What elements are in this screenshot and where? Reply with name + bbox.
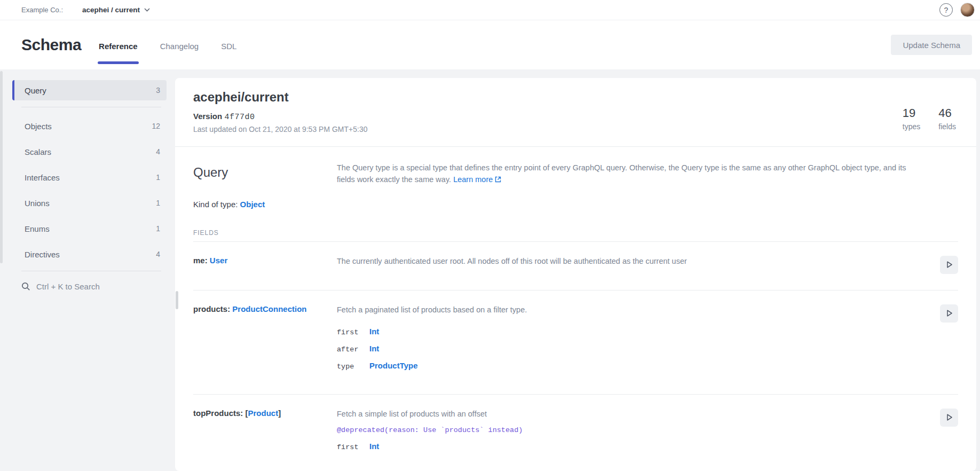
sidebar-item-objects[interactable]: Objects 12 [12, 116, 167, 136]
tab-changelog[interactable]: Changelog [160, 42, 199, 51]
field-row-me: me: User The currently authenticated use… [193, 242, 958, 291]
arg-row: first Int [337, 327, 926, 336]
sidebar-item-label: Enums [25, 224, 50, 233]
user-avatar[interactable] [960, 3, 975, 17]
stat-types-value: 19 [903, 106, 920, 120]
sidebar-scrollbar-thumb[interactable] [176, 291, 178, 309]
stat-fields: 46 fields [938, 106, 956, 131]
sidebar-item-label: Interfaces [25, 173, 60, 182]
arg-row: type ProductType [337, 361, 926, 371]
arg-row: first Int [337, 442, 926, 451]
kind-value-link[interactable]: Object [240, 200, 265, 209]
top-bar: Example Co.: acephei / current ? [0, 0, 980, 20]
card-header: acephei/current Version 4f77d0 Last upda… [175, 78, 976, 147]
kind-of-type-line: Kind of type: Object [193, 200, 958, 209]
schema-stats: 19 types 46 fields [903, 106, 956, 131]
run-query-button[interactable] [940, 256, 958, 274]
run-query-button[interactable] [940, 409, 958, 427]
tab-sdl-label: SDL [221, 42, 236, 51]
sidebar-item-query[interactable]: Query 3 [12, 80, 167, 100]
field-type-link[interactable]: Product [248, 409, 279, 418]
field-name-text: me: [193, 256, 208, 265]
type-header-row: Query The Query type is a special type t… [193, 162, 958, 186]
sidebar-item-interfaces[interactable]: Interfaces 1 [12, 167, 167, 187]
page-title: Schema [21, 36, 81, 54]
field-type-link[interactable]: ProductConnection [232, 304, 306, 313]
field-name: me: User [193, 256, 337, 274]
play-icon [945, 309, 953, 317]
search-icon [21, 282, 30, 291]
stat-types: 19 types [903, 106, 920, 131]
org-label: Example Co.: [21, 6, 63, 14]
sidebar-item-count: 1 [156, 173, 160, 182]
sidebar-item-count: 1 [156, 199, 160, 207]
update-schema-button[interactable]: Update Schema [891, 35, 972, 55]
arg-name: type [337, 363, 369, 371]
schema-reference-card: acephei/current Version 4f77d0 Last upda… [175, 78, 976, 471]
field-args: first Int after Int type ProductType [337, 327, 926, 371]
field-name: topProducts: [Product] [193, 409, 337, 459]
arg-row: after Int [337, 344, 926, 354]
learn-more-link[interactable]: Learn more [453, 175, 493, 184]
stat-types-label: types [903, 122, 920, 131]
fields-heading: FIELDS [193, 229, 958, 237]
type-header-spacer [926, 162, 958, 186]
sidebar-divider [21, 107, 161, 107]
arg-type-link[interactable]: Int [369, 327, 379, 336]
sidebar-divider [21, 271, 161, 271]
field-description: The currently authenticated user root. A… [337, 256, 926, 274]
sidebar-item-directives[interactable]: Directives 4 [12, 244, 167, 264]
field-type-suffix: ] [278, 409, 281, 418]
field-name-text: products: [193, 304, 230, 313]
schema-search-trigger[interactable]: Ctrl + K to Search [21, 282, 167, 291]
version-line: Version 4f77d0 [193, 112, 367, 122]
tab-reference[interactable]: Reference [99, 42, 138, 51]
tab-reference-label: Reference [99, 42, 138, 51]
field-name: products: ProductConnection [193, 304, 337, 378]
field-type-link[interactable]: User [210, 256, 227, 265]
deprecated-annotation: @deprecated(reason: Use `products` inste… [337, 426, 926, 434]
stat-fields-value: 46 [938, 106, 956, 120]
active-tab-underline [98, 61, 139, 64]
sidebar-item-count: 12 [152, 122, 160, 130]
run-query-button[interactable] [940, 304, 958, 323]
play-cell [940, 256, 958, 274]
sidebar-item-scalars[interactable]: Scalars 4 [12, 142, 167, 162]
arg-name: first [337, 443, 369, 451]
version-value: 4f77d0 [224, 113, 255, 122]
type-name: Query [193, 165, 337, 186]
question-icon: ? [944, 6, 949, 14]
graph-picker-dropdown[interactable]: acephei / current [82, 6, 150, 14]
field-row-products: products: ProductConnection Fetch a pagi… [193, 291, 958, 395]
field-row-topproducts: topProducts: [Product] Fetch a simple li… [193, 395, 958, 471]
field-name-text: topProducts: [193, 409, 243, 418]
sidebar-item-enums[interactable]: Enums 1 [12, 218, 167, 239]
stat-fields-label: fields [938, 122, 956, 131]
graph-title: acephei/current [193, 90, 367, 105]
arg-name: first [337, 328, 369, 336]
type-description-text: The Query type is a special type that de… [337, 163, 906, 184]
page-header: Schema Reference Changelog SDL Update Sc… [0, 20, 980, 69]
field-description: Fetch a paginated list of products based… [337, 304, 926, 316]
sidebar-item-count: 1 [156, 224, 160, 233]
search-hint: Ctrl + K to Search [36, 282, 100, 291]
query-type-section: Query The Query type is a special type t… [175, 147, 976, 471]
type-description: The Query type is a special type that de… [337, 162, 926, 186]
version-label: Version [193, 112, 222, 121]
graph-meta: acephei/current Version 4f77d0 Last upda… [193, 90, 367, 134]
sidebar-item-unions[interactable]: Unions 1 [12, 193, 167, 213]
field-details: Fetch a simple list of products with an … [337, 409, 926, 459]
play-cell [940, 409, 958, 459]
field-details: Fetch a paginated list of products based… [337, 304, 926, 378]
arg-type-link[interactable]: Int [369, 442, 379, 451]
arg-type-link[interactable]: Int [369, 344, 379, 353]
last-updated: Last updated on Oct 21, 2020 at 9:53 PM … [193, 125, 367, 134]
tab-bar: Reference Changelog SDL [99, 42, 236, 51]
arg-type-link[interactable]: ProductType [369, 361, 418, 370]
help-button[interactable]: ? [939, 3, 953, 17]
graph-name: acephei / current [82, 6, 140, 14]
content-area: Query 3 Objects 12 Scalars 4 Interfaces … [0, 69, 980, 471]
sidebar-item-label: Directives [25, 250, 60, 259]
tab-sdl[interactable]: SDL [221, 42, 236, 51]
play-cell [940, 304, 958, 378]
